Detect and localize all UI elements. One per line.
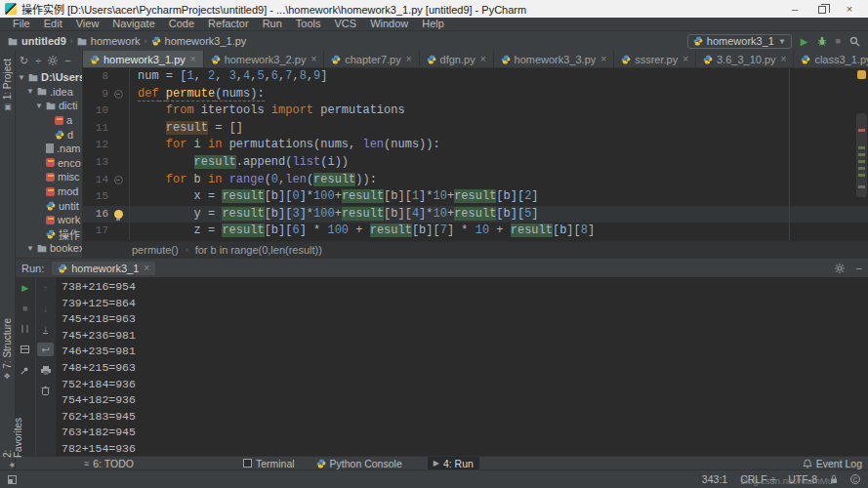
line-separator[interactable]: CRLF ÷ <box>740 473 775 485</box>
breadcrumb-function[interactable]: permute() <box>132 244 179 256</box>
code-line[interactable]: 8num = [1, 2, 3,4,5,6,7,8,9] <box>83 68 868 86</box>
close-icon[interactable]: × <box>600 54 606 64</box>
close-icon[interactable]: × <box>406 54 412 64</box>
tree-item-操作[interactable]: 操作 <box>16 227 82 242</box>
restore-button[interactable] <box>808 0 836 18</box>
usage-stripe-mark[interactable] <box>858 153 865 156</box>
soft-wrap-button[interactable]: ↩ <box>37 343 54 356</box>
clear-button[interactable] <box>37 384 54 397</box>
collapse-all-icon[interactable]: ÷ <box>35 55 41 66</box>
code-editor[interactable]: 8num = [1, 2, 3,4,5,6,7,8,9]9−def permut… <box>83 68 868 241</box>
editor-tab-homework3_3-py[interactable]: homework3_3.py× <box>494 51 615 67</box>
breadcrumb-homework[interactable]: homework <box>77 35 141 47</box>
tree-item-dicti[interactable]: ▼dicti <box>16 99 82 113</box>
fold-icon[interactable]: − <box>108 86 128 103</box>
code-line[interactable]: 10 from itertools import permutations <box>83 102 868 120</box>
tool-window-toggle-icon[interactable] <box>8 475 17 484</box>
tree-item-.idea[interactable]: ▼.idea <box>16 85 82 100</box>
close-icon[interactable]: × <box>682 54 688 64</box>
editor-tab-chapter7-py[interactable]: chapter7.py× <box>324 51 419 67</box>
menu-edit[interactable]: Edit <box>37 18 69 30</box>
breadcrumb-untitled9[interactable]: untitled9 <box>8 35 66 47</box>
tree-item-.nam[interactable]: .nam <box>16 142 82 156</box>
menu-vcs[interactable]: VCS <box>328 18 364 30</box>
run-button[interactable]: ▶ <box>801 36 808 47</box>
menu-code[interactable]: Code <box>162 18 201 30</box>
editor-scrollbar[interactable] <box>855 68 868 241</box>
editor-tab-homework3_2-py[interactable]: homework3_2.py× <box>204 51 325 67</box>
hide-tool-window-icon[interactable]: − <box>856 263 862 274</box>
tree-item-untit[interactable]: untit <box>16 198 82 213</box>
menu-refactor[interactable]: Refactor <box>201 18 256 30</box>
sync-icon[interactable]: ↻ <box>20 55 28 67</box>
breadcrumb-homework3_1-py[interactable]: homework3_1.py <box>151 35 247 47</box>
settings-gear-icon[interactable] <box>835 264 845 273</box>
menu-view[interactable]: View <box>69 18 106 30</box>
caret-position[interactable]: 343:1 <box>702 473 727 485</box>
tree-item-work[interactable]: work <box>16 213 82 227</box>
layout-button[interactable] <box>17 343 33 356</box>
code-line[interactable]: 9−def permute(nums): <box>83 86 868 103</box>
menu-navigate[interactable]: Navigate <box>105 18 161 30</box>
stop-button[interactable]: ■ <box>17 302 33 315</box>
menu-file[interactable]: File <box>6 18 37 30</box>
chevron-down-icon[interactable]: ▼ <box>26 87 34 96</box>
menu-help[interactable]: Help <box>415 18 451 30</box>
editor-tab-homework3_1-py[interactable]: homework3_1.py× <box>83 51 204 67</box>
fold-icon[interactable]: − <box>108 172 128 189</box>
menu-run[interactable]: Run <box>256 18 289 30</box>
tool-window-button-favorites[interactable]: ★ 2: Favorites <box>2 408 23 469</box>
stop-button[interactable]: ■ <box>836 36 841 46</box>
close-icon[interactable]: × <box>310 54 316 64</box>
tool-window-button-todo[interactable]: ≡6: TODO <box>78 457 140 469</box>
scroll-end-button[interactable]: ↓ <box>37 322 54 336</box>
hide-icon[interactable]: − <box>64 55 70 66</box>
editor-tab-3-6_3_10-py[interactable]: 3.6_3_10.py× <box>696 51 794 67</box>
tree-item-enco[interactable]: enco <box>16 156 82 171</box>
tree-item-bookex[interactable]: ▼bookex <box>16 241 82 256</box>
chevron-down-icon[interactable]: ▼ <box>18 73 25 82</box>
up-button[interactable]: ↑ <box>37 281 54 295</box>
search-everywhere-button[interactable] <box>849 36 860 47</box>
inspections-indicator-icon[interactable] <box>857 70 866 79</box>
run-configuration-select[interactable]: homework3_1 ▼ <box>687 34 792 49</box>
settings-icon[interactable] <box>48 56 58 65</box>
tree-item-misc[interactable]: misc <box>16 170 82 184</box>
debug-button[interactable] <box>817 36 827 46</box>
run-tab[interactable]: homework3_1 × <box>52 262 155 275</box>
code-line[interactable]: 15 x = result[b][0]*100+result[b][1]*10+… <box>83 188 868 206</box>
stripe-mark[interactable] <box>858 185 865 188</box>
menu-tools[interactable]: Tools <box>289 18 328 30</box>
usage-stripe-mark[interactable] <box>858 167 865 170</box>
code-line[interactable]: 11 result = [] <box>83 120 868 138</box>
breadcrumb-statement[interactable]: for b in range(0,len(result)) <box>195 244 322 256</box>
editor-tab-sssrer-py[interactable]: sssrer.py× <box>614 51 696 67</box>
pin-button[interactable] <box>17 363 33 377</box>
usage-stripe-mark[interactable] <box>858 174 865 177</box>
usage-stripe-mark[interactable] <box>858 146 865 149</box>
close-icon[interactable]: × <box>781 54 787 64</box>
tree-item-a[interactable]: a <box>16 113 82 128</box>
usage-stripe-mark[interactable] <box>858 160 865 163</box>
tree-item-mod[interactable]: mod <box>16 184 82 199</box>
rerun-button[interactable]: ▶ <box>17 281 33 295</box>
code-line[interactable]: 13 result.append(list(i)) <box>83 154 868 172</box>
file-encoding[interactable]: UTF-8 <box>788 473 817 485</box>
tree-item-D-Users-a[interactable]: ▼D:\Users\a <box>16 70 82 85</box>
tool-window-button-python-console[interactable]: Python Console <box>310 457 408 469</box>
down-button[interactable]: ↓ <box>37 302 54 315</box>
close-button[interactable]: × <box>836 0 863 18</box>
code-line[interactable]: 14− for b in range(0,len(result)): <box>83 172 868 189</box>
menu-window[interactable]: Window <box>363 18 415 30</box>
tool-window-button-project[interactable]: ▣ 1: Project <box>2 59 13 111</box>
code-line[interactable]: 12 for i in permutations(nums, len(nums)… <box>83 137 868 154</box>
tree-item-d[interactable]: d <box>16 127 82 142</box>
close-icon[interactable]: × <box>190 54 196 64</box>
close-icon[interactable]: × <box>480 54 486 64</box>
code-line[interactable]: 16 y = result[b][3]*100+result[b][4]*10+… <box>83 206 868 224</box>
code-line[interactable]: 17 z = result[b][6] * 100 + result[b][7]… <box>83 223 868 240</box>
chevron-down-icon[interactable]: ▼ <box>26 244 34 253</box>
lock-icon[interactable] <box>830 474 838 484</box>
warning-stripe-mark[interactable] <box>858 129 865 132</box>
editor-tab-dfgn-py[interactable]: dfgn.py× <box>420 51 494 67</box>
